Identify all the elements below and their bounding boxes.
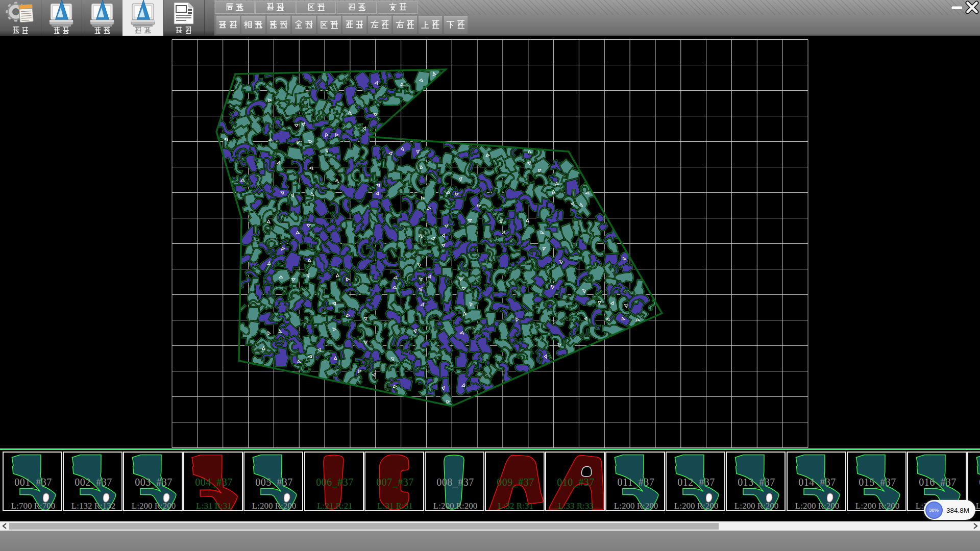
svg-text:L:700 R:700: L:700 R:700 — [11, 501, 55, 511]
svg-text:004_#37: 004_#37 — [195, 477, 233, 488]
svg-text:L:132 R:132: L:132 R:132 — [71, 501, 115, 511]
svg-text:007_#37: 007_#37 — [376, 477, 414, 488]
svg-text:002_#37: 002_#37 — [75, 477, 112, 488]
svg-text:010_#37: 010_#37 — [557, 477, 595, 488]
svg-text:011_#37: 011_#37 — [618, 477, 655, 488]
svg-text:016_#37: 016_#37 — [919, 477, 957, 488]
svg-text:L:200 R:200: L:200 R:200 — [614, 501, 658, 511]
svg-text:013_#37: 013_#37 — [738, 477, 775, 488]
svg-text:L:21 R:21: L:21 R:21 — [317, 501, 352, 511]
svg-text:L:200 R:200: L:200 R:200 — [674, 501, 718, 511]
svg-text:014_#37: 014_#37 — [798, 477, 836, 488]
svg-text:006_#37: 006_#37 — [316, 477, 354, 488]
svg-text:015_#37: 015_#37 — [859, 477, 896, 488]
svg-text:005_#37: 005_#37 — [255, 477, 293, 488]
svg-text:L:200 R:200: L:200 R:200 — [795, 501, 839, 511]
svg-text:008_#37: 008_#37 — [436, 477, 474, 488]
svg-text:L:200 R:200: L:200 R:200 — [976, 501, 980, 511]
svg-text:L:31 R:31: L:31 R:31 — [377, 501, 412, 511]
svg-text:L:200 R:200: L:200 R:200 — [734, 501, 778, 511]
svg-text:L:200 R:200: L:200 R:200 — [855, 501, 899, 511]
svg-text:L:200 R:200: L:200 R:200 — [433, 501, 477, 511]
svg-text:L:31 R:31: L:31 R:31 — [196, 501, 231, 511]
svg-text:012_#37: 012_#37 — [677, 477, 715, 488]
svg-text:009_#37: 009_#37 — [497, 477, 534, 488]
svg-text:001_#37: 001_#37 — [14, 477, 52, 488]
svg-text:L:200 R:200: L:200 R:200 — [252, 501, 296, 511]
svg-text:003_#37: 003_#37 — [135, 477, 173, 488]
svg-text:L:200 R:200: L:200 R:200 — [132, 501, 176, 511]
svg-text:L:33 R:33: L:33 R:33 — [558, 501, 593, 511]
svg-text:L:32 R:31: L:32 R:31 — [498, 501, 533, 511]
